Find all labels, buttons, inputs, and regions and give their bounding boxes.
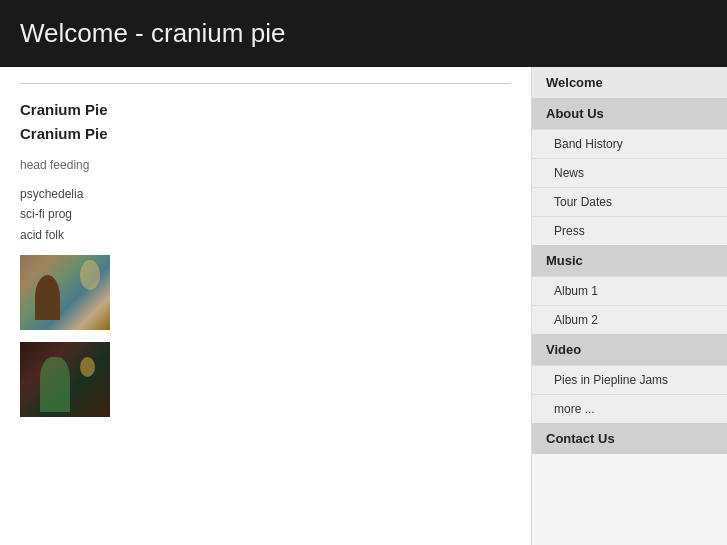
sidebar-item-video[interactable]: Video xyxy=(532,334,727,365)
sidebar-item-album-2[interactable]: Album 2 xyxy=(532,305,727,334)
sidebar-item-more[interactable]: more ... xyxy=(532,394,727,423)
album-image-1 xyxy=(20,255,110,330)
sidebar-label-video: Video xyxy=(546,342,581,357)
divider xyxy=(20,83,511,84)
tag-line: head feeding xyxy=(20,158,511,172)
sidebar-label-album-1: Album 1 xyxy=(554,284,598,298)
sidebar-label-about-us: About Us xyxy=(546,106,604,121)
sidebar-label-news: News xyxy=(554,166,584,180)
sidebar-label-contact-us: Contact Us xyxy=(546,431,615,446)
sidebar-item-contact-us[interactable]: Contact Us xyxy=(532,423,727,454)
sidebar-item-welcome[interactable]: Welcome xyxy=(532,67,727,98)
album-image-2 xyxy=(20,342,110,417)
sidebar-label-tour-dates: Tour Dates xyxy=(554,195,612,209)
sidebar-label-album-2: Album 2 xyxy=(554,313,598,327)
main-content: Cranium Pie Cranium Pie head feeding psy… xyxy=(0,67,532,545)
sidebar-item-about-us[interactable]: About Us xyxy=(532,98,727,129)
band-name-2: Cranium Pie xyxy=(20,122,511,146)
sidebar-label-music: Music xyxy=(546,253,583,268)
sidebar-item-tour-dates[interactable]: Tour Dates xyxy=(532,187,727,216)
genre-item: psychedelia xyxy=(20,184,511,204)
page-header: Welcome - cranium pie xyxy=(0,0,727,67)
sidebar-item-music[interactable]: Music xyxy=(532,245,727,276)
genre-item: sci-fi prog xyxy=(20,204,511,224)
sidebar-label-welcome: Welcome xyxy=(546,75,603,90)
sidebar-item-pies-in-pipeline[interactable]: Pies in Piepline Jams xyxy=(532,365,727,394)
content-wrapper: Cranium Pie Cranium Pie head feeding psy… xyxy=(0,67,727,545)
sidebar-label-pies-in-pipeline: Pies in Piepline Jams xyxy=(554,373,668,387)
sidebar-label-band-history: Band History xyxy=(554,137,623,151)
sidebar-label-more: more ... xyxy=(554,402,595,416)
page-title: Welcome - cranium pie xyxy=(20,18,707,49)
genre-item: acid folk xyxy=(20,225,511,245)
band-name-1: Cranium Pie xyxy=(20,98,511,122)
sidebar: Welcome About Us Band History News Tour … xyxy=(532,67,727,545)
sidebar-item-press[interactable]: Press xyxy=(532,216,727,245)
sidebar-label-press: Press xyxy=(554,224,585,238)
sidebar-item-band-history[interactable]: Band History xyxy=(532,129,727,158)
sidebar-item-news[interactable]: News xyxy=(532,158,727,187)
genre-list: psychedelia sci-fi prog acid folk xyxy=(20,184,511,245)
sidebar-item-album-1[interactable]: Album 1 xyxy=(532,276,727,305)
